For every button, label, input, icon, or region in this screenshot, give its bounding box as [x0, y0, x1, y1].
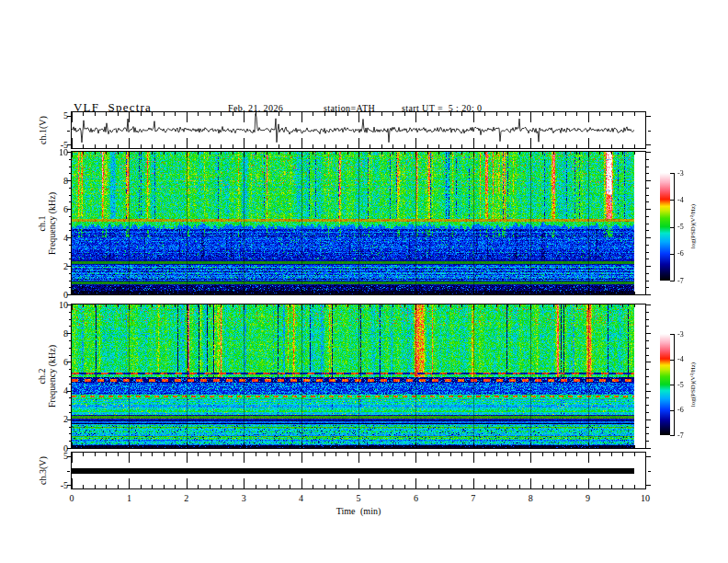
- tick-mark: [69, 326, 72, 327]
- tick-mark: [69, 427, 72, 428]
- tick-mark: [646, 173, 649, 174]
- tick-mark: [646, 266, 651, 267]
- tick-mark: [67, 471, 70, 472]
- spec-y-tick-label: 0: [48, 443, 68, 454]
- tick-mark: [646, 237, 651, 238]
- tick-mark: [69, 397, 72, 398]
- tick-mark: [646, 304, 651, 305]
- tick-mark: [67, 266, 72, 267]
- tick-mark: [648, 131, 651, 132]
- tick-mark: [67, 294, 72, 295]
- tick-mark: [646, 427, 649, 428]
- ch1-label: ch.1: [37, 168, 47, 279]
- ch1-waveform-panel: [71, 111, 646, 149]
- wave-y-tick-label: 5: [44, 110, 68, 121]
- spec-y-tick-label: 8: [48, 328, 68, 339]
- ch1-waveform-canvas: [72, 112, 645, 148]
- tick-mark: [69, 412, 72, 413]
- tick-mark: [646, 348, 649, 349]
- tick-mark: [646, 216, 649, 217]
- tick-mark: [670, 334, 675, 335]
- tick-mark: [646, 252, 649, 253]
- tick-mark: [646, 259, 649, 259]
- tick-mark: [69, 312, 72, 313]
- cb-tick-label: -4: [677, 196, 696, 204]
- tick-mark: [67, 209, 72, 210]
- tick-mark: [670, 410, 675, 411]
- tick-mark: [646, 441, 649, 442]
- tick-mark: [670, 435, 675, 436]
- tick-mark: [67, 116, 72, 117]
- cb-tick-label: -6: [677, 249, 696, 258]
- tick-mark: [69, 159, 72, 160]
- tick-mark: [646, 369, 649, 370]
- spec-y-tick-label: 10: [48, 147, 68, 157]
- tick-mark: [67, 448, 72, 449]
- tick-mark: [646, 397, 649, 398]
- tick-mark: [646, 116, 651, 117]
- x-tick-label: 10: [631, 493, 659, 503]
- tick-mark: [69, 224, 72, 224]
- tick-mark: [69, 252, 72, 253]
- tick-mark: [670, 227, 675, 228]
- cb-tick-label: -7: [677, 431, 696, 440]
- tick-mark: [646, 485, 651, 486]
- tick-mark: [646, 159, 649, 160]
- spec-y-tick-label: 2: [48, 261, 68, 271]
- spec-y-tick-label: 0: [48, 290, 68, 300]
- tick-mark: [646, 319, 649, 320]
- spec-y-tick-label: 10: [48, 300, 68, 310]
- x-tick-label: 0: [58, 493, 85, 503]
- tick-mark: [646, 391, 651, 392]
- x-tick-label: 7: [460, 493, 487, 503]
- tick-mark: [646, 281, 649, 282]
- spec-y-tick-label: 2: [48, 414, 68, 424]
- time-axis-label: Time (min): [303, 506, 414, 516]
- ch3-waveform-canvas: [72, 453, 645, 488]
- cb-tick-label: -5: [677, 381, 696, 389]
- tick-mark: [646, 294, 651, 295]
- tick-mark: [670, 360, 675, 361]
- colorbar-2: [660, 334, 670, 435]
- cb-tick-label: -7: [677, 277, 696, 285]
- tick-mark: [67, 391, 72, 392]
- tick-mark: [646, 412, 649, 413]
- ch2-spectrogram-canvas: [72, 304, 645, 448]
- tick-mark: [646, 180, 651, 181]
- tick-mark: [646, 419, 651, 420]
- tick-mark: [648, 471, 651, 472]
- cb-tick-label: -4: [677, 355, 696, 363]
- tick-mark: [67, 333, 72, 334]
- tick-mark: [646, 448, 651, 449]
- tick-mark: [67, 152, 72, 153]
- x-tick-label: 3: [230, 493, 257, 503]
- spec-y-tick-label: 4: [48, 385, 68, 396]
- tick-mark: [67, 237, 72, 238]
- tick-mark: [646, 376, 649, 377]
- tick-mark: [646, 333, 651, 334]
- tick-mark: [69, 433, 72, 434]
- tick-mark: [69, 287, 72, 288]
- tick-mark: [646, 144, 651, 145]
- tick-mark: [67, 144, 72, 145]
- tick-mark: [646, 362, 651, 362]
- tick-mark: [67, 131, 70, 132]
- tick-mark: [646, 152, 651, 153]
- tick-mark: [67, 304, 72, 305]
- cb-tick-label: -5: [677, 223, 696, 231]
- tick-mark: [646, 273, 649, 274]
- tick-mark: [69, 441, 72, 442]
- tick-mark: [670, 254, 675, 255]
- spec-y-tick-label: 4: [48, 233, 68, 243]
- tick-mark: [67, 456, 72, 457]
- tick-mark: [69, 167, 72, 167]
- tick-mark: [646, 312, 649, 313]
- tick-mark: [69, 195, 72, 196]
- tick-mark: [69, 216, 72, 217]
- tick-mark: [69, 281, 72, 282]
- tick-mark: [646, 384, 649, 385]
- x-tick-label: 2: [173, 493, 200, 503]
- tick-mark: [646, 355, 649, 356]
- tick-mark: [646, 456, 651, 457]
- ch1-spectrogram-panel: [71, 151, 646, 295]
